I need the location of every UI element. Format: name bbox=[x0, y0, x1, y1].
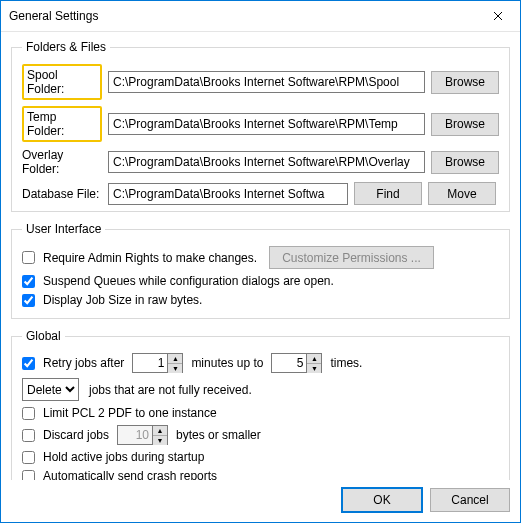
database-file-label: Database File: bbox=[22, 187, 102, 201]
cancel-button[interactable]: Cancel bbox=[430, 488, 510, 512]
window-title: General Settings bbox=[1, 9, 98, 23]
spool-folder-input[interactable] bbox=[108, 71, 425, 93]
discard-bytes-spinner[interactable]: ▲▼ bbox=[117, 425, 168, 445]
require-admin-checkbox[interactable] bbox=[22, 251, 35, 264]
chevron-up-icon[interactable]: ▲ bbox=[307, 354, 321, 364]
retry-minutes-spinner[interactable]: ▲▼ bbox=[132, 353, 183, 373]
retry-times-spinner[interactable]: ▲▼ bbox=[271, 353, 322, 373]
temp-folder-input[interactable] bbox=[108, 113, 425, 135]
spool-folder-label: Spool Folder: bbox=[22, 64, 102, 100]
not-received-action-combo[interactable]: Delete bbox=[22, 378, 79, 401]
display-jobsize-checkbox[interactable] bbox=[22, 294, 35, 307]
retry-mid-label: minutes up to bbox=[191, 356, 263, 370]
retry-jobs-checkbox[interactable] bbox=[22, 357, 35, 370]
folders-legend: Folders & Files bbox=[22, 40, 110, 54]
user-interface-group: User Interface Require Admin Rights to m… bbox=[11, 222, 510, 319]
overlay-browse-button[interactable]: Browse bbox=[431, 151, 499, 174]
global-legend: Global bbox=[22, 329, 65, 343]
limit-pcl-label: Limit PCL 2 PDF to one instance bbox=[43, 406, 217, 420]
database-move-button[interactable]: Move bbox=[428, 182, 496, 205]
database-file-input[interactable] bbox=[108, 183, 348, 205]
retry-minutes-input[interactable] bbox=[132, 353, 168, 373]
discard-jobs-label: Discard jobs bbox=[43, 428, 109, 442]
chevron-down-icon[interactable]: ▼ bbox=[153, 436, 167, 445]
titlebar: General Settings bbox=[1, 1, 520, 32]
suspend-queues-label: Suspend Queues while configuration dialo… bbox=[43, 274, 334, 288]
folders-files-group: Folders & Files Spool Folder: Browse Tem… bbox=[11, 40, 510, 212]
retry-after-label: times. bbox=[330, 356, 362, 370]
discard-jobs-checkbox[interactable] bbox=[22, 429, 35, 442]
hold-active-label: Hold active jobs during startup bbox=[43, 450, 204, 464]
send-crash-checkbox[interactable] bbox=[22, 470, 35, 481]
overlay-folder-input[interactable] bbox=[108, 151, 425, 173]
suspend-queues-checkbox[interactable] bbox=[22, 275, 35, 288]
database-find-button[interactable]: Find bbox=[354, 182, 422, 205]
retry-times-input[interactable] bbox=[271, 353, 307, 373]
send-crash-label: Automatically send crash reports bbox=[43, 469, 217, 480]
global-group: Global Retry jobs after ▲▼ minutes up to… bbox=[11, 329, 510, 480]
chevron-up-icon[interactable]: ▲ bbox=[153, 426, 167, 436]
overlay-folder-label: Overlay Folder: bbox=[22, 148, 102, 176]
dialog-footer: OK Cancel bbox=[1, 480, 520, 522]
retry-before-label: Retry jobs after bbox=[43, 356, 124, 370]
display-jobsize-label: Display Job Size in raw bytes. bbox=[43, 293, 202, 307]
temp-folder-label: Temp Folder: bbox=[22, 106, 102, 142]
close-icon bbox=[493, 11, 503, 21]
temp-browse-button[interactable]: Browse bbox=[431, 113, 499, 136]
discard-after-label: bytes or smaller bbox=[176, 428, 261, 442]
require-admin-label: Require Admin Rights to make changes. bbox=[43, 251, 257, 265]
customize-permissions-button[interactable]: Customize Permissions ... bbox=[269, 246, 434, 269]
close-button[interactable] bbox=[475, 1, 520, 31]
discard-bytes-input[interactable] bbox=[117, 425, 153, 445]
dialog-content: Folders & Files Spool Folder: Browse Tem… bbox=[1, 32, 520, 480]
chevron-up-icon[interactable]: ▲ bbox=[168, 354, 182, 364]
ok-button[interactable]: OK bbox=[342, 488, 422, 512]
not-received-label: jobs that are not fully received. bbox=[89, 383, 252, 397]
spool-browse-button[interactable]: Browse bbox=[431, 71, 499, 94]
chevron-down-icon[interactable]: ▼ bbox=[168, 364, 182, 373]
general-settings-dialog: General Settings Folders & Files Spool F… bbox=[0, 0, 521, 523]
chevron-down-icon[interactable]: ▼ bbox=[307, 364, 321, 373]
limit-pcl-checkbox[interactable] bbox=[22, 407, 35, 420]
ui-legend: User Interface bbox=[22, 222, 105, 236]
hold-active-checkbox[interactable] bbox=[22, 451, 35, 464]
